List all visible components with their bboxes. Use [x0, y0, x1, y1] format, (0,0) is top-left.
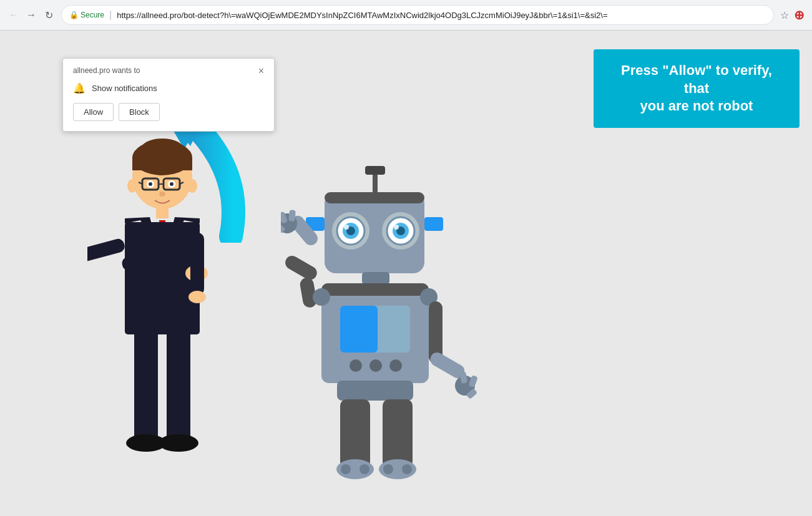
svg-rect-73: [337, 381, 413, 401]
svg-point-17: [187, 179, 197, 193]
verify-banner-text: Press "Allow" to verify, thatyou are not…: [621, 62, 772, 114]
address-actions: ☆ ⊕: [779, 6, 806, 24]
svg-point-80: [383, 464, 393, 474]
svg-point-47: [394, 225, 399, 230]
menu-button[interactable]: ⊕: [793, 6, 806, 24]
forward-button[interactable]: →: [24, 7, 39, 22]
popup-buttons: Allow Block: [73, 103, 264, 121]
secure-icon: 🔒 Secure: [69, 11, 104, 19]
page-content: allneed.pro wants to × 🔔 Show notificati…: [0, 31, 812, 516]
popup-title: allneed.pro wants to: [73, 66, 140, 75]
svg-rect-52: [321, 283, 429, 296]
allow-button[interactable]: Allow: [73, 103, 114, 121]
svg-rect-30: [167, 329, 190, 442]
bookmark-button[interactable]: ☆: [779, 6, 790, 24]
person-figure: [87, 136, 237, 488]
svg-rect-18: [156, 206, 169, 218]
svg-point-56: [369, 359, 382, 372]
svg-rect-50: [362, 272, 389, 285]
svg-point-57: [389, 359, 402, 372]
robot-figure: [281, 161, 481, 488]
svg-rect-75: [383, 399, 413, 468]
svg-rect-35: [365, 166, 385, 175]
nav-buttons: ← → ↻: [6, 7, 56, 22]
browser-chrome: ← → ↻ 🔒 Secure | https://allneed.pro/bot…: [0, 0, 812, 31]
notification-popup: allneed.pro wants to × 🔔 Show notificati…: [62, 58, 275, 132]
svg-rect-74: [340, 399, 370, 468]
svg-rect-37: [325, 192, 424, 203]
svg-point-15: [159, 192, 165, 197]
svg-rect-54: [340, 306, 378, 353]
svg-point-81: [402, 464, 412, 474]
svg-rect-59: [283, 253, 320, 283]
svg-point-13: [149, 182, 152, 186]
reload-button[interactable]: ↻: [41, 7, 56, 22]
svg-rect-64: [288, 210, 296, 221]
svg-point-78: [360, 464, 369, 474]
block-button[interactable]: Block: [119, 103, 160, 121]
svg-point-33: [188, 291, 206, 303]
svg-point-16: [127, 179, 137, 193]
notification-text: Show notifications: [92, 84, 157, 93]
popup-notification-row: 🔔 Show notifications: [73, 82, 264, 94]
svg-point-55: [350, 359, 362, 372]
verify-banner: Press "Allow" to verify, thatyou are not…: [594, 49, 800, 128]
address-bar[interactable]: 🔒 Secure | https://allneed.pro/bot-detec…: [61, 5, 774, 25]
secure-label: Secure: [81, 11, 104, 19]
browser-top-bar: ← → ↻ 🔒 Secure | https://allneed.pro/bot…: [0, 0, 812, 30]
svg-point-77: [341, 464, 351, 474]
svg-rect-49: [424, 217, 443, 231]
address-separator: |: [109, 9, 112, 21]
svg-rect-25: [87, 238, 126, 264]
svg-point-5: [140, 139, 184, 161]
svg-point-60: [313, 288, 330, 306]
popup-close-button[interactable]: ×: [258, 66, 264, 76]
svg-rect-29: [134, 329, 158, 442]
svg-point-14: [170, 182, 174, 186]
svg-point-46: [344, 225, 349, 230]
svg-point-32: [159, 434, 198, 452]
svg-rect-28: [190, 233, 204, 295]
bell-icon: 🔔: [73, 82, 86, 94]
back-button[interactable]: ←: [6, 7, 21, 22]
popup-header: allneed.pro wants to ×: [73, 66, 264, 76]
address-text: https://allneed.pro/bot-detect?h\=waWQiO…: [117, 11, 766, 20]
